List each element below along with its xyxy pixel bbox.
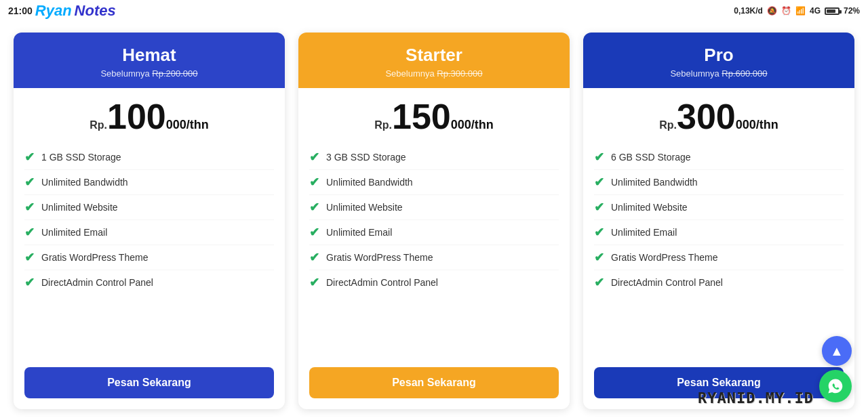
battery-icon: [825, 7, 840, 15]
pricing-card-hemat: Hemat Sebelumnya Rp.200.000 Rp.100000/th…: [14, 33, 285, 409]
feature-hemat-3: ✔Unlimited Email: [24, 220, 274, 245]
check-icon: ✔: [309, 175, 319, 190]
main-content: Hemat Sebelumnya Rp.200.000 Rp.100000/th…: [0, 22, 868, 420]
feature-starter-5: ✔DirectAdmin Control Panel: [309, 270, 559, 295]
feature-hemat-5: ✔DirectAdmin Control Panel: [24, 270, 274, 295]
clock-icon: ⏰: [781, 6, 791, 16]
features-hemat: ✔1 GB SSD Storage ✔Unlimited Bandwidth ✔…: [14, 140, 285, 359]
feature-hemat-1: ✔Unlimited Bandwidth: [24, 170, 274, 195]
check-icon: ✔: [24, 275, 35, 290]
check-icon: ✔: [309, 150, 319, 165]
pricing-grid: Hemat Sebelumnya Rp.200.000 Rp.100000/th…: [14, 33, 854, 409]
card-footer-hemat: Pesan Sekarang: [14, 359, 285, 409]
fab-whatsapp[interactable]: [819, 370, 852, 402]
network-type: 4G: [810, 6, 821, 16]
check-icon: ✔: [24, 150, 35, 165]
brand-notes: Notes: [75, 2, 116, 20]
original-price-pro: Rp.600.000: [722, 68, 767, 79]
features-pro: ✔6 GB SSD Storage ✔Unlimited Bandwidth ✔…: [583, 140, 854, 359]
check-icon: ✔: [309, 225, 319, 240]
feature-pro-1: ✔Unlimited Bandwidth: [594, 170, 844, 195]
check-icon: ✔: [594, 175, 604, 190]
card-price-pro: Rp.300000/thn: [583, 88, 854, 140]
check-icon: ✔: [24, 175, 35, 190]
status-bar: 21:00 Ryan Notes 0,13K/d 🔕 ⏰ 📶 4G 72%: [0, 0, 868, 22]
card-header-hemat: Hemat Sebelumnya Rp.200.000: [14, 33, 285, 88]
price-prefix-hemat: Rp.: [90, 119, 107, 131]
pricing-card-pro: Pro Sebelumnya Rp.600.000 Rp.300000/thn …: [583, 33, 854, 409]
battery-percent: 72%: [844, 6, 860, 16]
card-price-starter: Rp.150000/thn: [298, 88, 570, 140]
check-icon: ✔: [594, 150, 604, 165]
price-prefix-starter: Rp.: [374, 119, 392, 131]
fab-scroll-up[interactable]: ▲: [822, 336, 852, 366]
price-rest-starter: 000/thn: [451, 118, 494, 131]
price-prefix-pro: Rp.: [659, 119, 677, 131]
check-icon: ✔: [594, 275, 604, 290]
feature-hemat-4: ✔Gratis WordPress Theme: [24, 245, 274, 270]
order-button-hemat[interactable]: Pesan Sekarang: [24, 367, 274, 398]
feature-starter-1: ✔Unlimited Bandwidth: [309, 170, 559, 195]
mute-icon: 🔕: [767, 6, 777, 16]
check-icon: ✔: [594, 225, 604, 240]
signal-icon: 📶: [795, 6, 806, 16]
watermark: RYANID.MY.ID: [698, 390, 814, 406]
check-icon: ✔: [24, 250, 35, 265]
card-title-starter: Starter: [309, 45, 559, 66]
pricing-card-starter: Starter Sebelumnya Rp.300.000 Rp.150000/…: [298, 33, 570, 409]
card-title-pro: Pro: [594, 45, 844, 66]
check-icon: ✔: [309, 200, 319, 215]
card-footer-starter: Pesan Sekarang: [298, 359, 570, 409]
original-price-starter: Rp.300.000: [437, 68, 482, 79]
feature-hemat-2: ✔Unlimited Website: [24, 195, 274, 220]
feature-starter-3: ✔Unlimited Email: [309, 220, 559, 245]
feature-pro-4: ✔Gratis WordPress Theme: [594, 245, 844, 270]
feature-starter-2: ✔Unlimited Website: [309, 195, 559, 220]
card-subtitle-hemat: Sebelumnya Rp.200.000: [24, 68, 274, 79]
price-rest-hemat: 000/thn: [166, 118, 209, 131]
brand-ryan: Ryan: [35, 2, 72, 20]
brand-logo: Ryan Notes: [35, 2, 116, 20]
card-subtitle-starter: Sebelumnya Rp.300.000: [309, 68, 559, 79]
feature-hemat-0: ✔1 GB SSD Storage: [24, 145, 274, 170]
price-big-pro: 300: [677, 97, 736, 136]
feature-starter-4: ✔Gratis WordPress Theme: [309, 245, 559, 270]
card-subtitle-pro: Sebelumnya Rp.600.000: [594, 68, 844, 79]
check-icon: ✔: [309, 250, 319, 265]
price-big-starter: 150: [392, 97, 451, 136]
check-icon: ✔: [24, 200, 35, 215]
status-time: 21:00: [8, 5, 33, 16]
check-icon: ✔: [24, 225, 35, 240]
feature-pro-2: ✔Unlimited Website: [594, 195, 844, 220]
feature-starter-0: ✔3 GB SSD Storage: [309, 145, 559, 170]
price-big-hemat: 100: [107, 97, 166, 136]
check-icon: ✔: [594, 250, 604, 265]
card-header-starter: Starter Sebelumnya Rp.300.000: [298, 33, 570, 88]
check-icon: ✔: [309, 275, 319, 290]
card-header-pro: Pro Sebelumnya Rp.600.000: [583, 33, 854, 88]
signal-text: 0,13K/d: [734, 6, 763, 16]
price-rest-pro: 000/thn: [736, 118, 778, 131]
feature-pro-5: ✔DirectAdmin Control Panel: [594, 270, 844, 295]
features-starter: ✔3 GB SSD Storage ✔Unlimited Bandwidth ✔…: [298, 140, 570, 359]
status-right: 0,13K/d 🔕 ⏰ 📶 4G 72%: [734, 6, 860, 16]
order-button-starter[interactable]: Pesan Sekarang: [309, 367, 559, 398]
feature-pro-3: ✔Unlimited Email: [594, 220, 844, 245]
check-icon: ✔: [594, 200, 604, 215]
status-left: 21:00 Ryan Notes: [8, 2, 116, 20]
feature-pro-0: ✔6 GB SSD Storage: [594, 145, 844, 170]
card-title-hemat: Hemat: [24, 45, 274, 66]
original-price-hemat: Rp.200.000: [152, 68, 197, 79]
card-price-hemat: Rp.100000/thn: [14, 88, 285, 140]
